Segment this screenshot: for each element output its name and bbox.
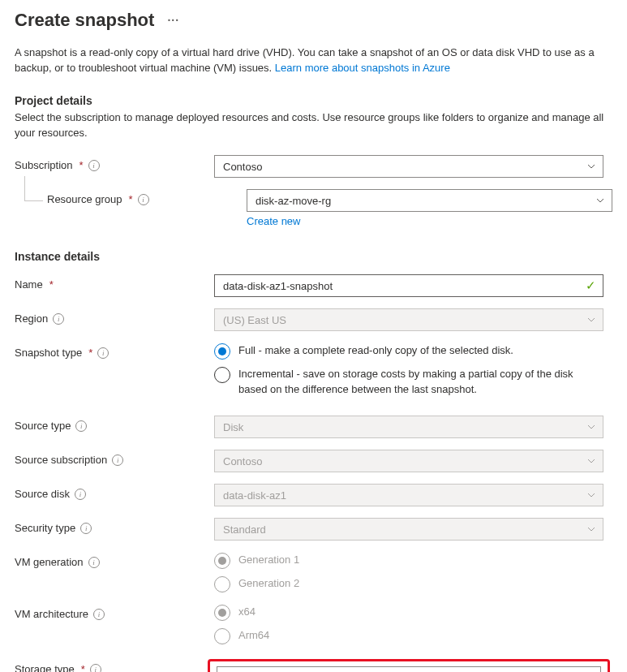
resource-group-select[interactable]: disk-az-move-rg [247,189,612,212]
info-icon[interactable]: i [75,489,86,500]
chevron-down-icon [586,490,596,500]
source-type-value: Disk [223,421,243,433]
chevron-down-icon [586,162,596,171]
resource-group-value: disk-az-move-rg [256,195,331,207]
tree-connector [24,176,43,201]
security-type-select: Standard [214,518,603,541]
info-icon[interactable]: i [88,160,100,171]
source-disk-label-text: Source disk [15,488,70,500]
info-icon[interactable]: i [93,609,105,620]
source-subscription-select: Contoso [214,450,603,472]
info-icon[interactable]: i [53,313,64,325]
subscription-value: Contoso [223,161,262,173]
storage-type-highlight: Zone-redundant (zone-redundant storage) [208,659,610,672]
required-indicator: * [79,159,84,171]
info-icon[interactable]: i [138,194,149,205]
subscription-label: Subscription * i [15,155,214,171]
required-indicator: * [49,278,54,291]
vm-generation-label: VM generation i [15,552,214,568]
snapshot-type-label: Snapshot type * i [15,342,214,359]
info-icon[interactable]: i [88,557,100,568]
learn-more-link[interactable]: Learn more about snapshots in Azure [275,62,450,74]
vm-generation-radio-group: Generation 1 Generation 2 [214,552,603,592]
region-value: (US) East US [223,314,286,326]
name-value: data-disk-az1-snapshot [223,280,333,292]
source-type-select: Disk [214,416,603,438]
vm-generation-label-text: VM generation [15,556,84,568]
vm-architecture-radio-group: x64 Arm64 [214,604,603,644]
check-icon: ✓ [586,278,596,293]
source-subscription-value: Contoso [223,455,262,467]
vm-generation-2-radio [214,576,230,592]
source-subscription-label-text: Source subscription [15,454,107,466]
name-label: Name * [15,274,214,291]
security-type-value: Standard [223,523,266,536]
region-label: Region i [15,308,214,325]
intro-text: A snapshot is a read-only copy of a virt… [15,45,612,76]
storage-type-label-text: Storage type [15,663,75,672]
info-icon[interactable]: i [80,523,92,534]
chevron-down-icon [586,524,596,534]
chevron-down-icon [586,456,596,466]
vm-architecture-arm64-radio [214,628,230,644]
subscription-label-text: Subscription [15,159,73,171]
source-disk-select: data-disk-az1 [214,484,603,506]
storage-type-select[interactable]: Zone-redundant (zone-redundant storage) [217,666,601,672]
more-actions-button[interactable]: ··· [162,12,184,28]
vm-generation-2-label: Generation 2 [238,575,299,592]
chevron-down-icon [586,422,596,432]
name-label-text: Name [15,278,43,291]
snapshot-type-incremental-label: Incremental - save on storage costs by m… [238,366,603,398]
vm-architecture-label-text: VM architecture [15,608,88,620]
project-details-heading: Project details [15,94,612,107]
source-disk-label: Source disk i [15,484,214,500]
instance-details-heading: Instance details [15,250,612,263]
snapshot-type-radio-group: Full - make a complete read-only copy of… [214,342,603,398]
snapshot-type-full-label: Full - make a complete read-only copy of… [238,342,513,359]
chevron-down-icon [595,196,605,205]
page-title-text: Create snapshot [15,10,154,31]
vm-generation-1-label: Generation 1 [238,552,299,568]
vm-architecture-arm64-label: Arm64 [238,627,269,644]
info-icon[interactable]: i [97,347,109,359]
security-type-label-text: Security type [15,522,75,534]
required-indicator: * [88,347,92,359]
region-label-text: Region [15,312,48,325]
snapshot-type-incremental-radio[interactable] [214,367,230,383]
info-icon[interactable]: i [90,664,101,672]
vm-architecture-x64-label: x64 [238,604,256,620]
snapshot-type-full-radio[interactable] [214,343,230,360]
source-type-label-text: Source type [15,420,71,432]
required-indicator: * [129,193,133,205]
subscription-select[interactable]: Contoso [214,155,603,178]
chevron-down-icon [586,315,596,325]
source-disk-value: data-disk-az1 [223,489,286,502]
info-icon[interactable]: i [75,420,87,432]
source-subscription-label: Source subscription i [15,450,214,466]
vm-architecture-x64-radio [214,605,230,621]
create-new-link[interactable]: Create new [247,215,300,227]
resource-group-label-text: Resource group [47,193,122,205]
page-title: Create snapshot ··· [15,10,612,31]
storage-type-label: Storage type * i [15,659,214,672]
security-type-label: Security type i [15,518,214,534]
required-indicator: * [81,663,85,672]
vm-generation-1-radio [214,553,230,569]
info-icon[interactable]: i [112,454,123,466]
source-type-label: Source type i [15,416,214,432]
name-input[interactable]: data-disk-az1-snapshot ✓ [214,274,603,297]
resource-group-label: Resource group * i [15,189,247,205]
vm-architecture-label: VM architecture i [15,604,214,620]
project-details-desc: Select the subscription to manage deploy… [15,110,612,141]
snapshot-type-label-text: Snapshot type [15,347,82,359]
region-select: (US) East US [214,308,603,331]
